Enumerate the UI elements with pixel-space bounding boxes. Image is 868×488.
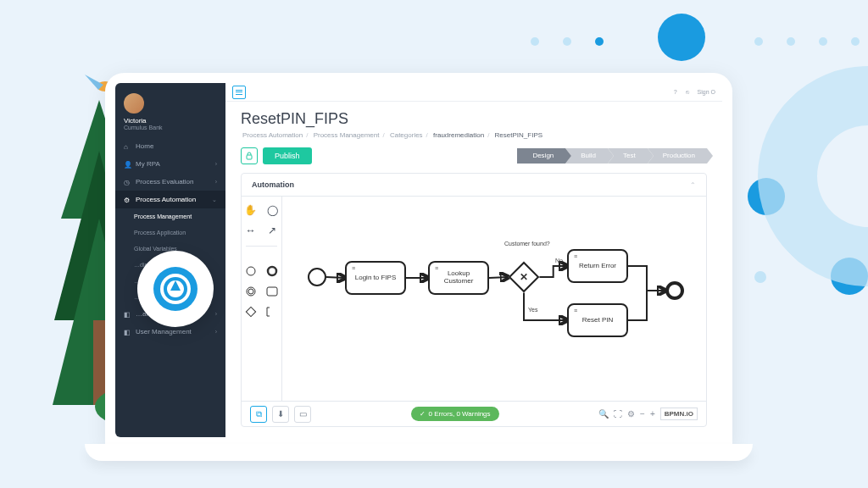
status-pill: ✓0 Errors, 0 Warnings [411, 407, 499, 421]
chevron-right-icon: › [215, 311, 217, 317]
breadcrumb-item[interactable]: Process Automation [241, 131, 304, 139]
flow-label-yes: Yes [528, 307, 537, 313]
stage-build[interactable]: Build [565, 148, 608, 164]
sidebar-item-process-eval[interactable]: ◷Process Evaluation› [115, 173, 225, 191]
user-icon: 👤 [124, 161, 131, 168]
task-label: Login to FIPS [355, 274, 396, 282]
svg-point-19 [248, 289, 253, 294]
home-icon: ⌂ [124, 143, 131, 150]
sidebar-item-label: Process Evaluation [136, 178, 193, 186]
start-event-tool-icon[interactable] [244, 264, 258, 278]
chevron-right-icon: › [215, 161, 217, 167]
task-type-icon [572, 253, 579, 260]
lock-icon [245, 152, 253, 160]
task-node-lookup[interactable]: Lookup Customer [428, 261, 489, 295]
user-subtitle: Cumulus Bank [124, 125, 217, 130]
annotation-tool-icon[interactable] [265, 305, 279, 319]
page-title: ResetPIN_FIPS [241, 110, 707, 128]
sidebar-subitem-process-application[interactable]: Process Application [115, 225, 225, 241]
task-type-icon [350, 265, 357, 272]
gateway-node[interactable]: ✕ [509, 262, 540, 293]
task-label: Lookup Customer [433, 270, 484, 286]
sidebar-item-label: Process Management [134, 214, 192, 219]
laptop-base [85, 444, 753, 461]
fit-icon[interactable]: ⛶ [614, 409, 622, 419]
stage-production[interactable]: Production [648, 148, 707, 164]
space-tool-icon[interactable]: ↔ [244, 224, 258, 237]
sidebar-item-label: Process Application [134, 230, 186, 236]
zoom-icon[interactable]: 🔍 [598, 409, 609, 419]
intermediate-event-tool-icon[interactable] [244, 285, 258, 298]
svg-point-17 [268, 267, 276, 275]
view-diagram-button[interactable]: ⧉ [250, 406, 267, 423]
gateway-label: Customer found? [504, 241, 550, 247]
video-button[interactable]: ▭ [294, 406, 311, 423]
start-event-node[interactable] [308, 268, 326, 286]
stage-test[interactable]: Test [608, 148, 648, 164]
end-event-node[interactable] [665, 281, 684, 300]
sidebar-item-process-automation[interactable]: ⚙Process Automation⌄ [115, 191, 225, 208]
main-content: ? ⎋ Sign O ResetPIN_FIPS Process Automat… [225, 83, 722, 437]
task-node-return-error[interactable]: Return Error [567, 249, 628, 283]
clock-icon: ◷ [124, 179, 131, 186]
menu-toggle-button[interactable] [232, 86, 246, 99]
lock-button[interactable] [241, 147, 258, 164]
mulesoft-logo-icon [152, 265, 199, 313]
end-event-tool-icon[interactable] [265, 264, 279, 278]
task-label: Return Error [579, 263, 616, 270]
hand-tool-icon[interactable]: ✋ [244, 203, 258, 217]
sidebar-item-label: My RPA [136, 160, 160, 168]
gear-icon: ⚙ [124, 197, 131, 203]
svg-rect-20 [267, 287, 277, 296]
panel-icon: ◧ [124, 311, 131, 318]
svg-rect-21 [246, 307, 255, 316]
connect-tool-icon[interactable]: ↗ [265, 224, 279, 237]
decor-dot [754, 37, 763, 46]
sidebar-subitem-process-management[interactable]: Process Management [115, 208, 225, 225]
settings-icon[interactable]: ⚙ [627, 409, 635, 419]
signout-icon[interactable]: ⎋ [686, 89, 689, 95]
decor-dot [787, 37, 795, 46]
help-icon[interactable]: ? [674, 89, 677, 95]
decor-dot [851, 37, 860, 46]
signout-label[interactable]: Sign O [698, 89, 715, 95]
minus-icon[interactable]: − [640, 409, 645, 419]
diagram-edges [282, 197, 706, 401]
check-icon: ✓ [420, 410, 426, 418]
task-tool-icon[interactable] [265, 285, 279, 298]
breadcrumb-item-current: ResetPIN_FIPS [493, 131, 544, 139]
breadcrumb-item[interactable]: fraudremediation [431, 131, 486, 139]
topbar: ? ⎋ Sign O [225, 83, 722, 102]
bpmn-canvas[interactable]: Login to FIPS Lookup Customer Customer f… [282, 197, 706, 401]
action-row: Publish Design Build Test Production [225, 139, 722, 173]
task-node-login[interactable]: Login to FIPS [345, 261, 406, 295]
app-screen: Victoria Cumulus Bank ⌂Home 👤My RPA› ◷Pr… [115, 83, 722, 437]
svg-line-22 [326, 277, 345, 278]
download-button[interactable]: ⬇ [272, 406, 289, 423]
svg-line-24 [489, 277, 509, 278]
task-type-icon [572, 308, 579, 314]
breadcrumb-item[interactable]: Process Management [312, 131, 381, 139]
user-name: Victoria [124, 117, 217, 125]
sidebar-item-home[interactable]: ⌂Home [115, 137, 225, 155]
panel-footer: ⧉ ⬇ ▭ ✓0 Errors, 0 Warnings 🔍 ⛶ ⚙ − + BP… [242, 401, 706, 426]
publish-button[interactable]: Publish [263, 147, 312, 164]
task-type-icon [433, 265, 440, 272]
chevron-right-icon: › [215, 179, 217, 185]
decor-dot [531, 37, 539, 46]
stage-design[interactable]: Design [517, 148, 565, 164]
chevron-up-icon: ⌃ [690, 181, 696, 189]
sidebar-item-label: Process Automation [136, 196, 196, 203]
panel-header[interactable]: Automation ⌃ [242, 174, 706, 197]
plus-icon[interactable]: + [650, 409, 655, 419]
status-text: 0 Errors, 0 Warnings [429, 410, 491, 418]
flow-label-no: No [555, 258, 563, 263]
task-node-reset-pin[interactable]: Reset PIN [567, 303, 628, 337]
user-block[interactable]: Victoria Cumulus Bank [115, 83, 225, 137]
gateway-tool-icon[interactable] [244, 305, 258, 319]
lasso-tool-icon[interactable]: ◯ [265, 203, 279, 217]
panel-title: Automation [252, 180, 294, 189]
breadcrumb-item[interactable]: Categories [388, 131, 425, 139]
sidebar-item-myrpa[interactable]: 👤My RPA› [115, 155, 225, 173]
avatar[interactable] [124, 93, 144, 114]
